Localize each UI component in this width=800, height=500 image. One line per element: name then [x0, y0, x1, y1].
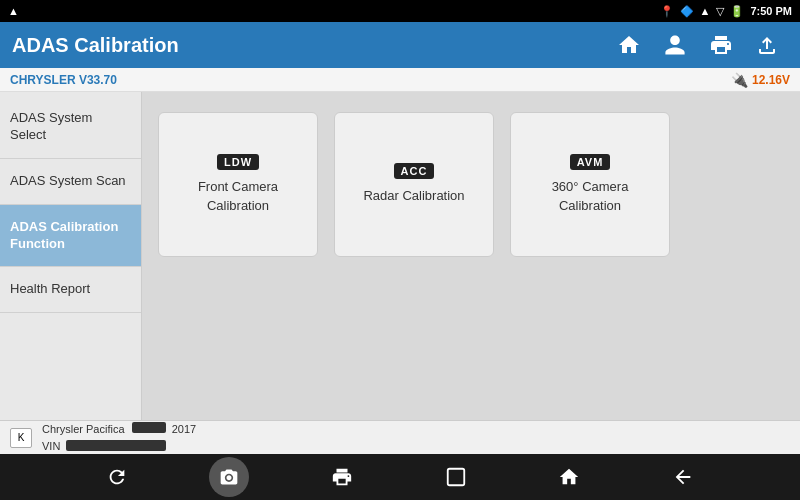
location-icon: 📍: [660, 5, 674, 18]
ldw-badge: LDW: [217, 154, 259, 170]
bottom-bar: K Chrysler Pacifica 2017 VIN: [0, 420, 800, 454]
wifi-icon: ▽: [716, 5, 724, 18]
sidebar-item-adas-calibration-function[interactable]: ADAS Calibration Function: [0, 205, 141, 268]
voltage-display: 🔌 12.16V: [731, 72, 790, 88]
sub-header: CHRYSLER V33.70 🔌 12.16V: [0, 68, 800, 92]
vehicle-model-row: Chrysler Pacifica 2017: [42, 421, 196, 438]
vin-row: VIN: [42, 438, 196, 455]
export-button[interactable]: [746, 26, 788, 64]
bluetooth-icon: 🔷: [680, 5, 694, 18]
home-button[interactable]: [608, 26, 650, 64]
vehicle-version: CHRYSLER V33.70: [10, 73, 117, 87]
nav-square-button[interactable]: [435, 456, 477, 498]
nav-home-button[interactable]: [548, 456, 590, 498]
ldw-card[interactable]: LDW Front Camera Calibration: [158, 112, 318, 257]
status-bar: ▲ 📍 🔷 ▲ ▽ 🔋 7:50 PM: [0, 0, 800, 22]
nav-bar: [0, 454, 800, 500]
content-area: LDW Front Camera Calibration ACC Radar C…: [142, 92, 800, 454]
vin-label: VIN: [42, 438, 60, 455]
status-time: 7:50 PM: [750, 5, 792, 17]
header-icons: [608, 26, 788, 64]
vehicle-year: 2017: [172, 423, 196, 435]
svg-rect-0: [448, 469, 465, 486]
avm-card[interactable]: AVM 360° Camera Calibration: [510, 112, 670, 257]
status-icon-left: ▲: [8, 5, 19, 17]
acc-badge: ACC: [394, 163, 435, 179]
collapse-button[interactable]: K: [10, 428, 32, 448]
sidebar-item-health-report[interactable]: Health Report: [0, 267, 141, 313]
vin-redacted: [66, 440, 166, 451]
sidebar-item-adas-system-scan[interactable]: ADAS System Scan: [0, 159, 141, 205]
print-button[interactable]: [700, 26, 742, 64]
battery-warning-icon: 🔌: [731, 72, 748, 88]
sidebar-item-adas-system-select[interactable]: ADAS System Select: [0, 96, 141, 159]
sidebar: ADAS System Select ADAS System Scan ADAS…: [0, 92, 142, 454]
page-title: ADAS Calibration: [12, 34, 608, 57]
nav-back-button[interactable]: [662, 456, 704, 498]
vehicle-model: Chrysler Pacifica: [42, 423, 125, 435]
nav-refresh-button[interactable]: [96, 456, 138, 498]
nav-print-button[interactable]: [321, 456, 363, 498]
acc-card[interactable]: ACC Radar Calibration: [334, 112, 494, 257]
voltage-value: 12.16V: [752, 73, 790, 87]
header: ADAS Calibration: [0, 22, 800, 68]
battery-icon-status: 🔋: [730, 5, 744, 18]
ldw-label: Front Camera Calibration: [159, 178, 317, 214]
main-layout: ADAS System Select ADAS System Scan ADAS…: [0, 92, 800, 454]
calibration-cards: LDW Front Camera Calibration ACC Radar C…: [158, 112, 784, 257]
avm-badge: AVM: [570, 154, 611, 170]
year-redacted: [132, 422, 166, 433]
person-button[interactable]: [654, 26, 696, 64]
avm-label: 360° Camera Calibration: [511, 178, 669, 214]
nav-camera-button[interactable]: [209, 457, 249, 497]
signal-icon: ▲: [700, 5, 711, 17]
vehicle-info: Chrysler Pacifica 2017 VIN: [42, 421, 196, 454]
acc-label: Radar Calibration: [355, 187, 472, 205]
